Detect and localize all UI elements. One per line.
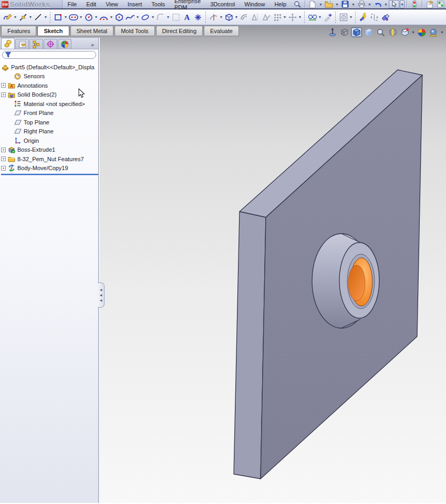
print-dropdown-icon[interactable]: ▼: [367, 0, 372, 8]
move-dropdown-icon[interactable]: ▼: [298, 10, 302, 24]
ellipse-icon[interactable]: [140, 10, 151, 24]
tree-item-top-plane[interactable]: Top Plane: [1, 118, 98, 127]
display-relations-icon[interactable]: [307, 10, 318, 24]
tree-item-part-root[interactable]: Part5 (Default<<Default>_Displa: [1, 62, 98, 72]
convert-dropdown-icon[interactable]: ▼: [234, 10, 238, 24]
tree-item-right-plane[interactable]: Right Plane: [1, 127, 98, 136]
trim-icon[interactable]: [208, 10, 219, 24]
sketch-icon[interactable]: [2, 10, 13, 24]
open-dropdown-icon[interactable]: ▼: [335, 0, 339, 8]
view-axis-icon[interactable]: [327, 27, 338, 37]
repair-sketch-icon[interactable]: [322, 10, 333, 24]
point-icon[interactable]: [192, 10, 203, 24]
panel-tabs-overflow[interactable]: »: [88, 41, 97, 49]
slot-icon[interactable]: [68, 10, 79, 24]
dimxpert-icon[interactable]: [44, 39, 57, 49]
tree-item-pem-nut-folder[interactable]: + 8-32_Pem_Nut Features7: [1, 154, 98, 164]
mirror-pencil-icon[interactable]: [261, 10, 272, 24]
wireframe-icon[interactable]: [339, 27, 350, 37]
select-dropdown-icon[interactable]: ▼: [400, 0, 404, 8]
select-cursor-icon[interactable]: [389, 0, 399, 8]
ellipse-dropdown-icon[interactable]: ▼: [151, 10, 155, 24]
hidden-lines-visible-icon[interactable]: [351, 27, 362, 37]
tab-direct-editing[interactable]: Direct Editing: [156, 26, 203, 36]
menu-insert[interactable]: Insert: [123, 0, 147, 8]
tab-sketch[interactable]: Sketch: [37, 26, 69, 36]
move-icon[interactable]: [287, 10, 298, 24]
tree-item-material[interactable]: Material <not specified>: [1, 99, 98, 109]
rollback-bar[interactable]: [1, 174, 98, 175]
smart-dimension-icon[interactable]: [17, 10, 28, 24]
convert-entities-icon[interactable]: [223, 10, 234, 24]
quick-snaps-icon[interactable]: [338, 10, 349, 24]
expand-toggle[interactable]: +: [1, 92, 6, 97]
print-icon[interactable]: [356, 0, 367, 8]
tab-features[interactable]: Features: [1, 26, 36, 36]
featuremanager-icon[interactable]: [1, 38, 15, 49]
arc-dropdown-icon[interactable]: ▼: [109, 10, 113, 24]
tree-item-body-move-copy[interactable]: + Body-Move/Copy19: [1, 164, 98, 173]
tree-item-front-plane[interactable]: Front Plane: [1, 109, 98, 118]
shaded-contours-icon[interactable]: [380, 10, 391, 24]
save-icon[interactable]: [340, 0, 350, 8]
menu-window[interactable]: Window: [240, 0, 269, 8]
tree-filter-input[interactable]: [2, 51, 96, 59]
realview-icon[interactable]: [416, 27, 427, 37]
new-dropdown-icon[interactable]: ▼: [318, 0, 323, 8]
quick-snaps-dropdown-icon[interactable]: ▼: [349, 10, 353, 24]
configurationmanager-icon[interactable]: [29, 39, 43, 49]
linear-pattern-dropdown-icon[interactable]: ▼: [283, 10, 287, 24]
open-icon[interactable]: [324, 0, 334, 8]
tree-item-sensors[interactable]: Sensors: [1, 72, 98, 81]
apply-scene-icon[interactable]: [428, 27, 439, 37]
linear-pattern-icon[interactable]: [272, 10, 283, 24]
menu-enterprise-pdm[interactable]: Enterprise PDM: [170, 0, 205, 8]
fillet-icon[interactable]: [155, 10, 166, 24]
tab-mold-tools[interactable]: Mold Tools: [115, 26, 154, 36]
panel-splitter-handle[interactable]: ◀ ◀ ◀: [98, 282, 105, 308]
expand-toggle[interactable]: +: [1, 83, 6, 88]
slot-dropdown-icon[interactable]: ▼: [79, 10, 83, 24]
options-grid-icon[interactable]: [435, 0, 446, 8]
undo-dropdown-icon[interactable]: ▼: [383, 0, 388, 8]
propertymanager-icon[interactable]: [15, 39, 29, 49]
tree-item-boss-extrude1[interactable]: + Boss-Extrude1: [1, 145, 98, 155]
tree-item-origin[interactable]: Origin: [1, 136, 98, 145]
trim-dropdown-icon[interactable]: ▼: [219, 10, 223, 24]
tab-evaluate[interactable]: Evaluate: [204, 26, 239, 36]
line-dropdown-icon[interactable]: ▼: [44, 10, 48, 24]
line-icon[interactable]: [33, 10, 44, 24]
menu-tools[interactable]: Tools: [147, 0, 170, 8]
circle-icon[interactable]: [83, 10, 94, 24]
pattern-icon[interactable]: [170, 10, 181, 24]
view-orientation-icon[interactable]: [399, 27, 410, 37]
rapid-sketch-icon[interactable]: [358, 10, 369, 24]
expand-toggle[interactable]: +: [1, 166, 6, 171]
menu-file[interactable]: File: [63, 0, 81, 8]
spline-icon[interactable]: [125, 10, 136, 24]
apply-scene-dropdown-icon[interactable]: ▼: [440, 30, 444, 34]
text-icon[interactable]: A: [181, 10, 192, 24]
file-properties-icon[interactable]: [424, 0, 435, 8]
offset-icon[interactable]: [238, 10, 250, 24]
sketch-dropdown-icon[interactable]: ▼: [13, 10, 17, 24]
circle-dropdown-icon[interactable]: ▼: [94, 10, 98, 24]
save-dropdown-icon[interactable]: ▼: [351, 0, 356, 8]
polygon-icon[interactable]: [113, 10, 125, 24]
undo-icon[interactable]: [372, 0, 383, 8]
menu-3dcontrol[interactable]: 3Dcontrol: [205, 0, 240, 8]
fillet-dropdown-icon[interactable]: ▼: [166, 10, 170, 24]
display-relations-dropdown-icon[interactable]: ▼: [318, 10, 322, 24]
arc-icon[interactable]: [98, 10, 109, 24]
smart-dimension-dropdown-icon[interactable]: ▼: [28, 10, 33, 24]
menu-edit[interactable]: Edit: [81, 0, 101, 8]
mirror-icon[interactable]: [250, 10, 261, 24]
traffic-light-icon[interactable]: [409, 0, 420, 8]
tree-item-solid-bodies[interactable]: + Solid Bodies(2): [1, 90, 98, 100]
search-icon[interactable]: [292, 0, 303, 8]
shaded-icon[interactable]: [363, 27, 374, 37]
displaymanager-icon[interactable]: [58, 39, 71, 49]
menu-view[interactable]: View: [101, 0, 123, 8]
rectangle-icon[interactable]: [53, 10, 64, 24]
instant2d-icon[interactable]: [369, 10, 380, 24]
